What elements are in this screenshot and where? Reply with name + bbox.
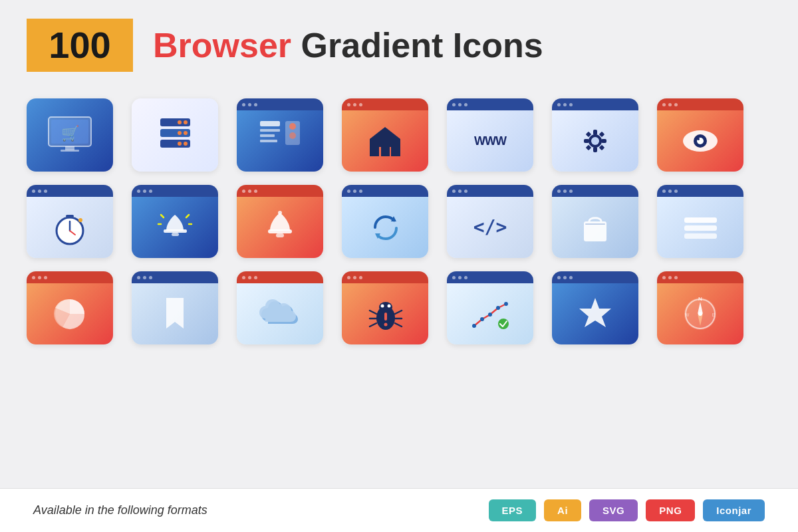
cart-icon: 🛒: [43, 112, 96, 158]
svg-rect-16: [260, 134, 275, 137]
svg-point-7: [178, 120, 182, 124]
icon-timer: [27, 185, 113, 258]
svg-point-41: [78, 218, 82, 222]
svg-text:</>: </>: [473, 216, 507, 238]
alarm-icon: [157, 209, 194, 246]
gear-icon: [579, 124, 612, 158]
number-badge: 100: [27, 19, 133, 72]
svg-text:E: E: [712, 313, 716, 317]
svg-point-9: [184, 131, 188, 135]
svg-line-45: [186, 215, 189, 217]
chart-icon: [469, 296, 512, 332]
svg-point-61: [379, 302, 392, 313]
svg-point-10: [178, 131, 182, 135]
svg-point-23: [591, 137, 599, 145]
format-eps[interactable]: EPS: [489, 499, 537, 521]
svg-rect-14: [260, 121, 280, 126]
icon-menu: [657, 185, 743, 258]
svg-rect-70: [384, 313, 387, 321]
title-browser: Browser: [153, 26, 291, 65]
compass-icon: N E W: [680, 294, 720, 334]
svg-line-69: [395, 323, 402, 327]
svg-point-12: [184, 142, 188, 146]
timer-icon: [53, 209, 87, 246]
icon-star: [552, 271, 638, 344]
number-text: 100: [49, 24, 110, 66]
svg-point-19: [289, 123, 296, 130]
svg-point-63: [387, 305, 390, 308]
title-rest: Gradient Icons: [291, 26, 543, 65]
svg-line-44: [161, 215, 164, 217]
svg-rect-15: [260, 129, 280, 132]
icon-notification: [237, 185, 323, 258]
icon-refresh: [342, 185, 428, 258]
icon-server: [132, 98, 218, 172]
bug-icon: [367, 294, 404, 334]
svg-rect-24: [593, 130, 597, 135]
star-icon: [575, 294, 615, 334]
svg-point-73: [480, 317, 484, 321]
svg-point-83: [698, 312, 702, 316]
cloud-icon: [259, 297, 302, 331]
format-ai[interactable]: Ai: [544, 499, 581, 521]
page-title: Browser Gradient Icons: [153, 25, 543, 65]
svg-point-72: [472, 324, 476, 328]
format-iconjar[interactable]: Iconjar: [703, 499, 765, 521]
dashboard-icon: [256, 118, 304, 164]
icon-eye: [657, 98, 743, 172]
svg-line-66: [370, 323, 376, 327]
bookmark-icon: [158, 294, 192, 334]
svg-point-50: [278, 211, 282, 215]
icon-dashboard: [237, 98, 323, 172]
icons-row-1: 🛒: [27, 92, 771, 178]
svg-point-13: [178, 142, 182, 146]
svg-point-6: [184, 120, 188, 124]
icons-section: 🛒: [0, 85, 798, 488]
svg-text:N: N: [698, 296, 702, 302]
svg-point-71: [384, 323, 387, 327]
svg-rect-49: [276, 233, 284, 237]
svg-rect-57: [684, 225, 717, 231]
refresh-icon: [367, 209, 404, 246]
icon-cart: 🛒: [27, 98, 113, 172]
lines-icon: [679, 211, 722, 244]
svg-rect-4: [61, 150, 79, 152]
bag-icon: [579, 208, 612, 247]
icon-code: </>: [447, 185, 533, 258]
code-icon: </>: [470, 211, 510, 244]
svg-line-67: [395, 311, 402, 314]
icon-home: [342, 98, 428, 172]
svg-point-75: [496, 306, 500, 310]
svg-point-20: [289, 132, 296, 139]
icon-shopping-bag: [552, 185, 638, 258]
svg-rect-42: [164, 229, 187, 233]
pie-icon: [51, 295, 89, 333]
svg-rect-40: [66, 215, 74, 217]
icon-www: WWW: [447, 98, 533, 172]
svg-marker-78: [579, 298, 611, 327]
svg-rect-56: [684, 217, 717, 223]
svg-rect-27: [601, 139, 606, 143]
svg-text:🛒: 🛒: [61, 124, 80, 142]
svg-text:W: W: [685, 313, 690, 317]
icon-compass: N E W: [657, 271, 743, 344]
header: 100 Browser Gradient Icons: [0, 0, 798, 85]
server-icon: [150, 112, 200, 158]
svg-line-64: [370, 311, 376, 314]
icon-analytics: [447, 271, 533, 344]
icon-pie-chart: [27, 271, 113, 344]
icon-bug: [342, 271, 428, 344]
icons-row-3: N E W: [27, 265, 771, 351]
svg-rect-26: [584, 139, 589, 143]
icons-row-2: </>: [27, 178, 771, 265]
svg-rect-58: [684, 233, 717, 239]
svg-rect-25: [593, 147, 597, 152]
icon-settings: [552, 98, 638, 172]
home-icon: [367, 123, 404, 160]
svg-point-35: [697, 138, 700, 140]
eye-icon: [680, 126, 720, 156]
format-svg[interactable]: SVG: [589, 499, 638, 521]
svg-point-76: [504, 302, 508, 306]
format-png[interactable]: PNG: [646, 499, 695, 521]
icon-cloud: [237, 271, 323, 344]
